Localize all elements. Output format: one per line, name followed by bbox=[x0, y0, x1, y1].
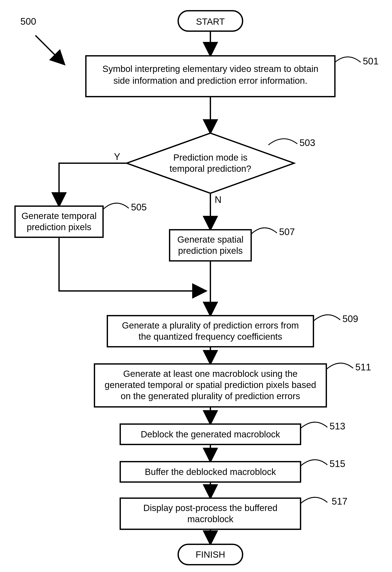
callout-501 bbox=[335, 57, 361, 62]
node-509-line1: Generate a plurality of prediction error… bbox=[122, 320, 299, 331]
node-503 bbox=[127, 133, 294, 193]
callout-515 bbox=[300, 460, 327, 466]
node-515-line1: Buffer the deblocked macroblock bbox=[145, 467, 276, 477]
ref-515: 515 bbox=[329, 459, 345, 469]
node-517-line1: Display post-process the buffered bbox=[143, 503, 278, 513]
ref-501: 501 bbox=[363, 56, 378, 66]
callout-507 bbox=[251, 228, 277, 234]
callout-511 bbox=[326, 363, 353, 369]
callout-505 bbox=[103, 203, 129, 209]
node-503-line2: temporal prediction? bbox=[170, 164, 251, 174]
node-501-line2: side information and prediction error in… bbox=[113, 76, 307, 86]
node-505-line2: prediction pixels bbox=[27, 222, 91, 232]
node-503-line1: Prediction mode is bbox=[173, 152, 248, 162]
ref-505: 505 bbox=[131, 202, 147, 212]
figure-label-arrow bbox=[35, 35, 64, 64]
ref-511: 511 bbox=[355, 362, 371, 372]
node-511-line3: on the generated plurality of prediction… bbox=[121, 391, 300, 401]
node-513-line1: Deblock the generated macroblock bbox=[141, 429, 280, 439]
node-501-line1: Symbol interpreting elementary video str… bbox=[102, 64, 318, 74]
node-507-line1: Generate spatial bbox=[177, 235, 243, 245]
node-509-line2: the quantized frequency coefficients bbox=[139, 332, 282, 342]
ref-503: 503 bbox=[299, 137, 315, 148]
edge-503-505 bbox=[59, 163, 127, 206]
node-511-line2: generated temporal or spatial prediction… bbox=[105, 380, 316, 390]
flowchart-svg: 500 START Symbol interpreting elementary… bbox=[0, 0, 392, 572]
node-517-line2: macroblock bbox=[188, 514, 234, 524]
finish-label: FINISH bbox=[196, 549, 225, 559]
branch-no-label: N bbox=[215, 194, 221, 205]
start-label: START bbox=[196, 16, 225, 27]
node-505-line1: Generate temporal bbox=[21, 211, 97, 221]
ref-509: 509 bbox=[342, 314, 358, 324]
node-511-line1: Generate at least one macroblock using t… bbox=[123, 369, 298, 379]
figure-label: 500 bbox=[20, 16, 36, 27]
callout-517 bbox=[300, 497, 327, 504]
callout-513 bbox=[300, 422, 327, 428]
ref-507: 507 bbox=[279, 226, 295, 237]
ref-513: 513 bbox=[329, 421, 345, 431]
callout-509 bbox=[314, 315, 340, 321]
node-507-line2: prediction pixels bbox=[178, 246, 243, 256]
ref-517: 517 bbox=[332, 496, 347, 507]
branch-yes-label: Y bbox=[114, 151, 120, 162]
callout-503 bbox=[268, 139, 297, 145]
